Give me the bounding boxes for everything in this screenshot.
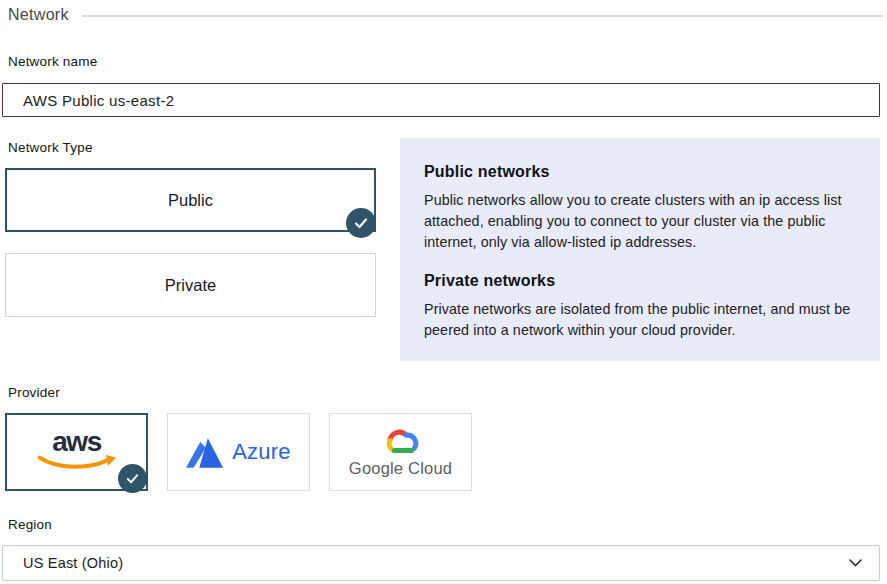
info-private-body: Private networks are isolated from the p…	[424, 299, 856, 341]
network-form: Network Network name Network Type Public…	[0, 0, 887, 584]
google-cloud-logo: Google Cloud	[349, 426, 452, 478]
azure-logo-text: Azure	[232, 439, 290, 465]
section-title: Network	[8, 6, 69, 24]
selected-check-icon	[346, 208, 376, 238]
selected-check-icon	[118, 464, 147, 493]
provider-options: aws Azure	[5, 413, 887, 491]
provider-option-google-cloud[interactable]: Google Cloud	[329, 413, 472, 491]
region-selected-value: US East (Ohio)	[23, 555, 123, 571]
aws-smile-icon	[34, 454, 120, 474]
aws-logo-text: aws	[52, 429, 100, 455]
network-type-section: Network Type Public Private Public netwo…	[0, 140, 887, 363]
network-name-label: Network name	[8, 54, 887, 69]
provider-label: Provider	[8, 385, 887, 400]
google-cloud-logo-icon	[380, 426, 422, 457]
network-type-option-public[interactable]: Public	[5, 168, 376, 232]
info-public-body: Public networks allow you to create clus…	[424, 190, 856, 253]
network-type-public-label: Public	[168, 191, 213, 210]
provider-option-azure[interactable]: Azure	[167, 413, 310, 491]
network-type-info-panel: Public networks Public networks allow yo…	[400, 138, 880, 361]
network-name-input[interactable]	[2, 83, 880, 117]
azure-logo: Azure	[186, 436, 290, 469]
azure-logo-icon	[186, 436, 224, 469]
provider-option-aws[interactable]: aws	[5, 413, 148, 491]
aws-logo: aws	[34, 429, 120, 474]
chevron-down-icon	[849, 559, 862, 567]
region-select[interactable]: US East (Ohio)	[2, 545, 880, 581]
section-divider	[82, 15, 883, 17]
network-type-option-private[interactable]: Private	[5, 253, 376, 317]
network-type-private-label: Private	[165, 276, 216, 295]
info-private-heading: Private networks	[424, 272, 856, 290]
section-header: Network	[0, 0, 887, 24]
info-public-heading: Public networks	[424, 163, 856, 181]
region-label: Region	[8, 517, 887, 532]
google-cloud-logo-text: Google Cloud	[349, 459, 452, 478]
